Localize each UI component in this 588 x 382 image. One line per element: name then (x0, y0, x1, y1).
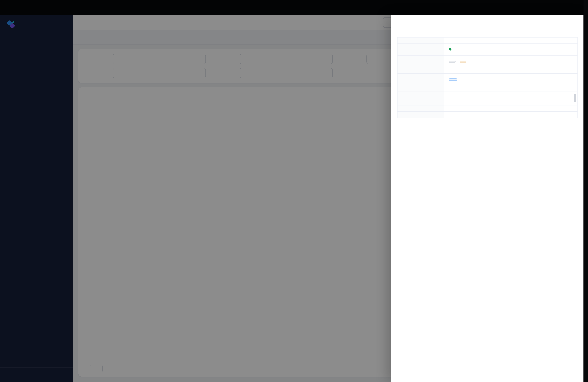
detail-row-params (397, 91, 577, 105)
close-icon[interactable] (571, 21, 577, 26)
post-method-tag (449, 78, 457, 81)
export-tag (460, 61, 467, 63)
detail-row-method (397, 85, 577, 91)
result-value (444, 44, 577, 55)
detail-row-log-id (397, 37, 577, 44)
code-scrollbar-thumb[interactable] (574, 94, 576, 102)
request-params-json (449, 95, 573, 102)
method-value (444, 85, 577, 91)
request-params-cell (444, 91, 577, 105)
operation-time-value (444, 112, 577, 118)
module-tag (449, 61, 456, 63)
duration-value (444, 105, 577, 112)
right-strip (583, 0, 588, 382)
detail-row-duration (397, 105, 577, 112)
log-id-value (444, 37, 577, 44)
code-scrollbar (574, 94, 576, 103)
module-value (444, 55, 577, 67)
operation-info-value (444, 67, 577, 73)
detail-row-time (397, 112, 577, 118)
detail-row-info (397, 67, 577, 73)
screen (0, 0, 588, 382)
drawer-body (391, 32, 584, 123)
request-info-value (444, 73, 577, 85)
detail-row-module (397, 55, 577, 67)
log-detail-drawer (391, 15, 584, 382)
detail-row-result (397, 44, 577, 55)
detail-row-request (397, 73, 577, 85)
success-dot (449, 48, 451, 51)
